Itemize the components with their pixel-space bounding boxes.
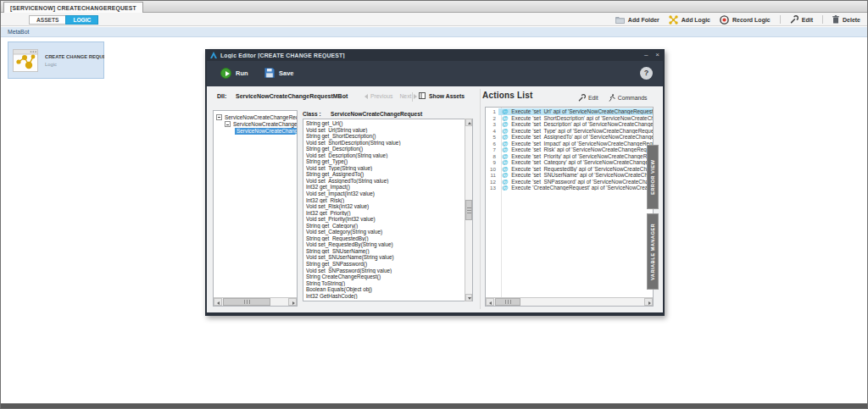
action-item[interactable]: 1 @ Execute 'set_Url' api of 'ServiceNow…	[486, 108, 653, 115]
action-line-number: 9	[486, 159, 498, 165]
dialog-titlebar[interactable]: Logic Editor [CREATE CHANGE REQUEST] – ×	[205, 49, 665, 61]
edit-label: Edit	[802, 17, 813, 23]
tab-logic[interactable]: LOGIC	[65, 15, 98, 25]
action-item[interactable]: 12 @ Execute 'set_SNPassword' api of 'Se…	[486, 179, 653, 185]
action-line-number: 12	[486, 179, 498, 185]
method-item[interactable]: String get_SNUserName()	[306, 248, 464, 255]
action-item[interactable]: 2 @ Execute 'set_ShortDescription' api o…	[486, 115, 653, 122]
scrollbar-thumb[interactable]	[495, 298, 520, 306]
method-item[interactable]: Void set_Category(String value)	[306, 229, 464, 235]
method-item[interactable]: Void set_Risk(Int32 value)	[306, 203, 464, 210]
action-item[interactable]: 7 @ Execute 'set_Risk' api of 'ServiceNo…	[486, 146, 653, 153]
tree-node-label: ServiceNowCreateChangeRequest	[233, 121, 297, 127]
prev-next-nav: Previous Next	[364, 93, 417, 99]
tab-variable-manager[interactable]: VARIABLE MANAGER	[647, 213, 659, 290]
action-text: Execute 'set_AssignedTo' api of 'Service…	[511, 134, 653, 140]
action-item[interactable]: 3 @ Execute 'set_Description' api of 'Se…	[486, 121, 653, 128]
method-item[interactable]: String get_Type()	[306, 158, 464, 165]
method-item[interactable]: Void set_ShortDescription(String value)	[306, 140, 464, 146]
delete-button[interactable]: Delete	[832, 15, 860, 24]
minimize-icon[interactable]: –	[644, 51, 648, 59]
show-assets-button[interactable]: Show Assets	[419, 92, 465, 99]
scroll-left-icon[interactable]	[214, 298, 222, 306]
action-item[interactable]: 6 @ Execute 'set_Impact' api of 'Service…	[486, 141, 653, 147]
toolbar-separator	[822, 15, 823, 24]
action-item[interactable]: 13 @ Execute 'CreateChangeRequest' api o…	[486, 185, 653, 191]
previous-button[interactable]: Previous	[364, 93, 392, 99]
action-line-number: 4	[486, 128, 498, 134]
tree-horizontal-scrollbar[interactable]	[214, 297, 297, 306]
delete-label: Delete	[843, 17, 860, 23]
method-item[interactable]: Int32 get_Impact()	[306, 184, 464, 191]
window-tab[interactable]: [SERVICENOW] CREATECHANGEREQUEST	[3, 2, 143, 13]
method-item[interactable]: Void set_AssignedTo(String value)	[306, 178, 464, 185]
method-item[interactable]: Void set_Priority(Int32 value)	[306, 216, 464, 223]
tab-assets[interactable]: ASSETS	[29, 15, 65, 25]
close-icon[interactable]: ×	[655, 51, 659, 59]
record-logic-button[interactable]: Record Logic	[720, 15, 771, 25]
save-button[interactable]: Save	[264, 68, 294, 78]
run-button[interactable]: Run	[220, 68, 248, 79]
logic-card[interactable]: CREATE CHANGE REQUEST Logic	[8, 41, 104, 79]
tree-node-root[interactable]: ServiceNowCreateChangeRequest	[214, 113, 297, 121]
action-line-number: 7	[486, 146, 498, 152]
tab-error-view[interactable]: ERROR VIEW	[647, 145, 659, 209]
scroll-left-icon[interactable]	[486, 298, 494, 306]
method-item[interactable]: Void set_SNPassword(String value)	[306, 268, 464, 274]
collapse-icon[interactable]	[225, 121, 231, 127]
method-item[interactable]: String get_SNPassword()	[306, 261, 464, 268]
method-item[interactable]: String ToString()	[306, 280, 464, 287]
scrollbar-thumb[interactable]	[465, 200, 472, 220]
scroll-right-icon[interactable]	[644, 298, 653, 306]
method-item[interactable]: String get_Url()	[306, 120, 464, 127]
record-logic-label: Record Logic	[732, 17, 771, 23]
actions-horizontal-scrollbar[interactable]	[486, 297, 653, 306]
method-item[interactable]: String get_RequestedBy()	[306, 235, 464, 242]
method-item[interactable]: String get_AssignedTo()	[306, 171, 464, 178]
method-label: Void set_Description(String value)	[306, 152, 387, 158]
method-label: Void set_ShortDescription(String value)	[306, 140, 401, 146]
action-item[interactable]: 8 @ Execute 'set_Priority' api of 'Servi…	[486, 153, 653, 160]
action-item[interactable]: 11 @ Execute 'set_SNUserName' api of 'Se…	[486, 172, 653, 179]
action-item[interactable]: 5 @ Execute 'set_AssignedTo' api of 'Ser…	[486, 134, 653, 141]
methods-vertical-scrollbar[interactable]	[465, 119, 472, 301]
method-item[interactable]: String get_Category()	[306, 223, 464, 229]
help-button[interactable]: ?	[640, 67, 653, 80]
scroll-up-icon[interactable]	[465, 119, 472, 126]
method-item[interactable]: Int32 get_Risk()	[306, 197, 464, 204]
tree-node-class-selected[interactable]: ServiceNowCreateChangeRequest	[214, 128, 297, 135]
method-item[interactable]: String CreateChangeRequest()	[306, 274, 464, 280]
wrench-icon	[578, 94, 586, 102]
scrollbar-thumb[interactable]	[223, 298, 270, 306]
next-button[interactable]: Next	[399, 93, 417, 99]
method-item[interactable]: Void set_Type(String value)	[306, 165, 464, 172]
add-folder-button[interactable]: Add Folder	[615, 16, 659, 24]
method-item[interactable]: String get_Description()	[306, 146, 464, 152]
method-item[interactable]: Void set_Description(String value)	[306, 152, 464, 159]
collapse-icon[interactable]	[216, 114, 222, 120]
actions-commands-button[interactable]: Commands	[609, 94, 648, 102]
class-label: Class :	[303, 111, 321, 117]
scroll-down-icon[interactable]	[465, 294, 472, 301]
action-item[interactable]: 4 @ Execute 'set_Type' api of 'ServiceNo…	[486, 128, 653, 135]
actions-list-title: Actions List	[482, 91, 533, 100]
tree-node-namespace[interactable]: ServiceNowCreateChangeRequest	[214, 121, 297, 129]
action-item[interactable]: 9 @ Execute 'set_Category' api of 'Servi…	[486, 159, 653, 166]
method-label: String get_SNPassword()	[306, 261, 367, 267]
edit-button[interactable]: Edit	[790, 15, 813, 24]
method-item[interactable]: Boolean Equals(Object obj)	[306, 286, 464, 293]
add-logic-label: Add Logic	[682, 17, 710, 23]
method-item[interactable]: Void set_RequestedBy(String value)	[306, 241, 464, 248]
method-item[interactable]: String get_ShortDescription()	[306, 133, 464, 140]
method-item[interactable]: Void set_Impact(Int32 value)	[306, 191, 464, 197]
actions-edit-button[interactable]: Edit	[578, 94, 598, 102]
action-item[interactable]: 10 @ Execute 'set_RequestedBy' api of 'S…	[486, 166, 653, 173]
action-text: Execute 'set_Risk' api of 'ServiceNowCre…	[511, 146, 653, 152]
method-item[interactable]: Void set_Url(String value)	[306, 127, 464, 134]
add-logic-button[interactable]: Add Logic	[669, 15, 710, 25]
scroll-right-icon[interactable]	[288, 298, 297, 306]
method-item[interactable]: Int32 GetHashCode()	[306, 293, 464, 300]
method-item[interactable]: Int32 get_Priority()	[306, 210, 464, 217]
method-label: Void set_AssignedTo(String value)	[306, 178, 388, 184]
method-item[interactable]: Void set_SNUserName(String value)	[306, 254, 464, 261]
